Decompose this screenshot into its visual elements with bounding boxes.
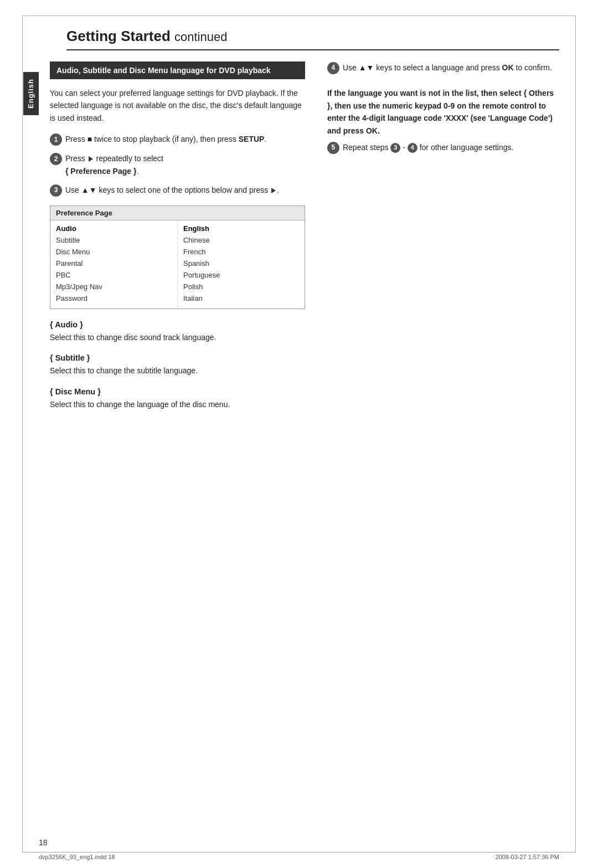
page-border-top	[22, 16, 576, 16]
pref-table-body: Audio Subtitle Disc Menu Parental PBC Mp…	[50, 220, 305, 309]
disc-menu-heading: { Disc Menu }	[50, 387, 305, 396]
numeric-keypad: numeric keypad 0-9	[383, 101, 455, 110]
audio-heading: { Audio }	[50, 320, 305, 329]
pref-right-row-4: Portuguese	[183, 269, 299, 281]
footer-left: dvp3256K_93_eng1.indd 18	[39, 854, 115, 860]
pref-left-header: Audio	[56, 223, 172, 234]
right-column: 4 Use ▲▼ keys to select a language and p…	[327, 61, 559, 415]
step-4: 4 Use ▲▼ keys to select a language and p…	[327, 61, 559, 80]
step-5: 5 Repeat steps 3 - 4 for other language …	[327, 141, 559, 160]
page-border-right	[575, 16, 576, 852]
step-3: 3 Use ▲▼ keys to select one of the optio…	[50, 184, 305, 197]
step-2-content: Press repeatedly to select { Preference …	[65, 152, 305, 177]
if-not-in-list: If the language you want is not in the l…	[327, 87, 559, 137]
step-ref-4: 4	[408, 143, 417, 153]
pref-table-header: Preference Page	[50, 206, 305, 220]
page-title: Getting Started continued	[66, 28, 559, 50]
step-4-ok: OK	[502, 63, 514, 72]
step-5-number: 5	[327, 142, 339, 154]
page-border-bottom	[22, 852, 576, 852]
step-ref-3: 3	[390, 143, 400, 153]
triangle-right-icon	[89, 156, 93, 162]
audio-text: Select this to change disc sound track l…	[50, 331, 305, 343]
step-1-content: Press ■ twice to stop playback (if any),…	[65, 133, 305, 146]
ok-confirm: OK	[366, 126, 378, 135]
left-column: Audio, Subtitle and Disc Menu language f…	[50, 61, 305, 415]
pref-right-row-1: Chinese	[183, 234, 299, 246]
page-border-left	[22, 16, 23, 852]
pref-right-row-6: Italian	[183, 292, 299, 304]
pref-left-row-2: Disc Menu	[56, 246, 172, 258]
pref-left-row-4: PBC	[56, 269, 172, 281]
two-column-layout: Audio, Subtitle and Disc Menu language f…	[50, 61, 559, 415]
step-2: 2 Press repeatedly to select { Preferenc…	[50, 152, 305, 177]
step-3-number: 3	[50, 184, 62, 197]
step-2-number: 2	[50, 153, 62, 165]
preference-table: Preference Page Audio Subtitle Disc Menu…	[50, 206, 305, 309]
disc-menu-text: Select this to change the language of th…	[50, 398, 305, 410]
step-2-bold: { Preference Page }	[65, 167, 136, 176]
step-1: 1 Press ■ twice to stop playback (if any…	[50, 133, 305, 146]
step-4-number: 4	[327, 62, 339, 74]
step-4-content: Use ▲▼ keys to select a language and pre…	[343, 61, 559, 74]
step-1-number: 1	[50, 133, 62, 146]
step-5-content: Repeat steps 3 - 4 for other language se…	[343, 141, 559, 153]
pref-left-row-3: Parental	[56, 258, 172, 269]
pref-left-row-5: Mp3/Jpeg Nav	[56, 281, 172, 292]
subtitle-text: Select this to change the subtitle langu…	[50, 364, 305, 377]
triangle-right-icon-2	[271, 188, 276, 193]
pref-right-col: English Chinese French Spanish Portugues…	[178, 220, 305, 309]
pref-left-row-1: Subtitle	[56, 234, 172, 246]
pref-right-row-5: Polish	[183, 281, 299, 292]
page-number: 18	[39, 838, 48, 847]
pref-right-row-3: Spanish	[183, 258, 299, 269]
main-content: Getting Started continued Audio, Subtitl…	[50, 28, 559, 415]
step-1-bold: SETUP	[239, 135, 265, 143]
footer-right: 2008-03-27 1:57:36 PM	[495, 854, 559, 860]
pref-left-row-6: Password	[56, 292, 172, 304]
subtitle-heading: { Subtitle }	[50, 353, 305, 362]
intro-text: You can select your preferred language s…	[50, 87, 305, 124]
section-heading: Audio, Subtitle and Disc Menu language f…	[50, 61, 305, 79]
pref-right-header: English	[183, 223, 299, 234]
pref-right-row-2: French	[183, 246, 299, 258]
pref-left-col: Audio Subtitle Disc Menu Parental PBC Mp…	[50, 220, 178, 309]
step-3-content: Use ▲▼ keys to select one of the options…	[65, 184, 305, 197]
sidebar-tab: English	[23, 72, 39, 115]
